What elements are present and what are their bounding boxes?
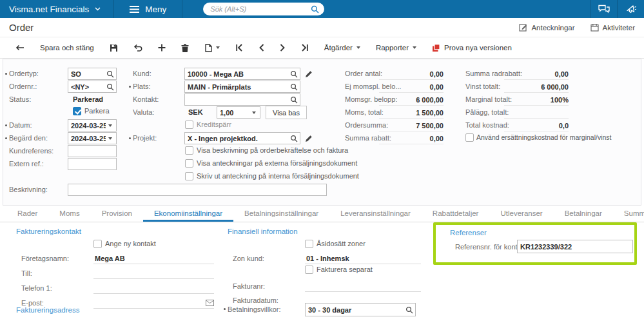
chat-button[interactable] — [590, 0, 617, 18]
total-kostnad-label: Total kostnad: — [465, 119, 509, 131]
ordernr-input[interactable] — [68, 83, 106, 91]
ordernr-field[interactable] — [68, 81, 117, 93]
valuta-rate-input[interactable] — [217, 109, 252, 117]
lookup-icon[interactable] — [290, 135, 298, 142]
lookup-icon[interactable] — [290, 70, 298, 78]
zon-kund-label: Zon kund: — [233, 253, 264, 265]
epost-field[interactable] — [93, 297, 214, 309]
beskrivning-field[interactable] — [68, 184, 327, 196]
caret-down-icon[interactable] — [252, 111, 256, 114]
kundreferens-input[interactable] — [68, 148, 114, 155]
envelope-icon[interactable] — [206, 300, 214, 306]
foretagsnamn-field[interactable]: Mega AB — [93, 253, 214, 264]
go-first-button[interactable] — [228, 37, 251, 58]
activities-button[interactable]: Aktiviteter — [590, 23, 636, 32]
global-search[interactable] — [203, 3, 324, 15]
visa-beskrivning-checkbox[interactable] — [185, 146, 193, 155]
anvand-ersattning-checkbox[interactable] — [465, 133, 474, 142]
valuta-rate-field[interactable] — [217, 106, 260, 119]
actions-menu-button[interactable]: Åtgärder — [317, 37, 368, 58]
ordertyp-input[interactable] — [68, 70, 106, 78]
reports-menu-button[interactable]: Rapporter — [368, 37, 424, 58]
kund-field[interactable] — [184, 68, 300, 80]
go-previous-button[interactable] — [251, 37, 272, 58]
telefon1-field[interactable] — [93, 282, 214, 294]
ej-momspl-value: 0,00 — [379, 81, 444, 93]
visa-anteckningar-checkbox[interactable] — [185, 159, 193, 168]
kreditsparr-checkbox[interactable] — [185, 121, 193, 129]
caret-down-icon[interactable] — [108, 124, 112, 127]
betalningsvillkor-field[interactable] — [305, 303, 416, 316]
notes-button[interactable]: Anteckningar — [519, 23, 574, 32]
referensnr-input[interactable] — [518, 243, 630, 251]
announcements-button[interactable] — [617, 0, 644, 18]
required-marker — [5, 137, 7, 139]
copy-paste-button[interactable] — [197, 37, 228, 58]
ange-ny-kontakt-checkbox[interactable] — [93, 240, 102, 248]
till-field[interactable] — [93, 267, 214, 279]
lookup-icon[interactable] — [106, 70, 114, 78]
save-button[interactable] — [102, 37, 126, 58]
kundreferens-field[interactable] — [68, 145, 117, 157]
datum-input[interactable] — [68, 122, 108, 130]
extern-ref-input[interactable] — [68, 160, 114, 168]
kontakt-label: Kontakt: — [133, 93, 159, 106]
tab-betalningar[interactable]: Betalningar — [554, 206, 613, 222]
edit-pencil-icon[interactable] — [305, 70, 313, 78]
menu-button[interactable]: Meny — [114, 0, 182, 18]
kontakt-field[interactable] — [184, 93, 300, 106]
delete-button[interactable] — [173, 37, 197, 58]
tab-rader[interactable]: Rader — [6, 206, 48, 222]
betalningsvillkor-input[interactable] — [306, 306, 405, 314]
lookup-icon[interactable] — [290, 83, 298, 91]
chat-icon — [598, 5, 610, 14]
caret-down-icon[interactable] — [108, 137, 112, 140]
tab-rabattdetaljer[interactable]: Rabattdetaljer — [422, 206, 490, 222]
search-input[interactable] — [210, 5, 311, 13]
try-new-version-button[interactable]: Prova nya versionen — [424, 37, 520, 58]
referensnr-field[interactable] — [517, 240, 633, 253]
parkera-checkbox[interactable] — [73, 107, 81, 115]
tab-utleveranser[interactable]: Utleveranser — [489, 206, 553, 222]
chevron-down-icon — [95, 7, 101, 11]
fakturanr-field[interactable] — [305, 280, 421, 292]
tab-provision[interactable]: Provision — [91, 206, 143, 222]
projekt-input[interactable] — [185, 135, 290, 142]
back-button[interactable] — [8, 37, 32, 58]
plats-input[interactable] — [185, 83, 290, 91]
asidosatt-zoner-checkbox[interactable] — [305, 240, 313, 248]
ordertyp-field[interactable] — [68, 68, 117, 80]
begard-den-field[interactable] — [68, 132, 117, 144]
save-and-close-button[interactable]: Spara och stäng — [32, 37, 102, 58]
app-switcher[interactable]: Visma.net Financials — [0, 0, 113, 18]
lookup-icon[interactable] — [290, 96, 298, 104]
go-last-button[interactable] — [293, 37, 317, 58]
projekt-label: Projekt: — [133, 132, 157, 144]
begard-den-input[interactable] — [68, 135, 108, 142]
projekt-field[interactable] — [184, 132, 300, 144]
tab-moms[interactable]: Moms — [48, 206, 90, 222]
datum-field[interactable] — [68, 119, 117, 131]
add-button[interactable] — [150, 37, 173, 58]
zon-kund-field[interactable]: 01 - Inhemsk — [305, 253, 421, 264]
tab-summor[interactable]: Summor — [613, 206, 644, 222]
fakturera-separat-checkbox[interactable] — [305, 266, 313, 274]
plats-field[interactable] — [184, 81, 300, 93]
tab-betalningsinstallningar[interactable]: Betalningsinställningar — [233, 206, 329, 222]
tab-leveransinstallningar[interactable]: Leveransinställningar — [329, 206, 422, 222]
lookup-icon[interactable] — [405, 306, 413, 314]
finansiell-information-heading: Finansiell information — [228, 227, 298, 235]
kund-input[interactable] — [185, 70, 290, 78]
tab-ekonomiinstallningar[interactable]: Ekonomiinställningar — [143, 206, 233, 222]
new-version-icon — [432, 44, 440, 52]
lookup-icon[interactable] — [106, 83, 114, 91]
edit-pencil-icon[interactable] — [305, 135, 313, 142]
beskrivning-input[interactable] — [68, 186, 324, 194]
kontakt-input[interactable] — [185, 96, 290, 104]
extern-ref-field[interactable] — [68, 158, 117, 170]
go-next-button[interactable] — [272, 37, 293, 58]
visa-bas-button[interactable]: Visa bas — [266, 106, 307, 119]
search-icon[interactable] — [311, 5, 319, 14]
undo-button[interactable] — [126, 37, 150, 58]
skriv-ut-checkbox[interactable] — [185, 172, 193, 180]
